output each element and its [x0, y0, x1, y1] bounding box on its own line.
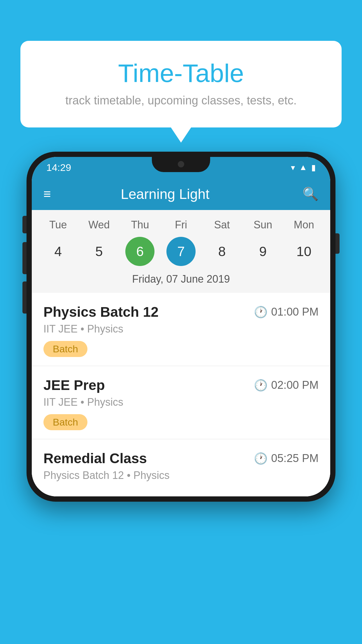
- calendar-section: Tue Wed Thu Fri Sat Sun Mon 4 5 6 7 8 9 …: [32, 210, 330, 293]
- batch-badge-1: Batch: [43, 341, 87, 357]
- clock-icon-2: 🕐: [254, 379, 268, 392]
- schedule-item-1-header: Physics Batch 12 🕐 01:00 PM: [43, 304, 319, 320]
- schedule-list: Physics Batch 12 🕐 01:00 PM IIT JEE • Ph…: [32, 293, 330, 496]
- schedule-title-3: Remedial Class: [43, 450, 147, 466]
- date-10[interactable]: 10: [289, 237, 319, 266]
- phone-mockup: 14:29 ▾ ▲ ▮ ≡ Learning Light 🔍 Tue Wed T…: [27, 152, 335, 502]
- schedule-time-1: 🕐 01:00 PM: [254, 306, 319, 318]
- schedule-meta-3: Physics Batch 12 • Physics: [43, 469, 319, 482]
- app-header: ≡ Learning Light 🔍: [32, 178, 330, 210]
- power-button: [335, 233, 340, 254]
- app-title: Learning Light: [60, 186, 270, 202]
- date-6-today[interactable]: 6: [125, 237, 154, 266]
- phone-notch: [152, 157, 210, 172]
- battery-icon: ▮: [311, 163, 316, 172]
- hamburger-icon[interactable]: ≡: [43, 188, 51, 200]
- status-icons: ▾ ▲ ▮: [291, 163, 316, 172]
- date-9[interactable]: 9: [248, 237, 277, 266]
- front-camera: [178, 161, 184, 167]
- schedule-item-2[interactable]: JEE Prep 🕐 02:00 PM IIT JEE • Physics Ba…: [32, 366, 330, 439]
- speech-bubble: Time-Table track timetable, upcoming cla…: [20, 41, 342, 127]
- volume-down-button: [22, 242, 27, 274]
- schedule-time-value-2: 02:00 PM: [271, 379, 319, 391]
- schedule-item-3[interactable]: Remedial Class 🕐 05:25 PM Physics Batch …: [32, 439, 330, 496]
- calendar-dates: 4 5 6 7 8 9 10: [32, 234, 330, 269]
- selected-date-label: Friday, 07 June 2019: [32, 269, 330, 290]
- phone-frame: 14:29 ▾ ▲ ▮ ≡ Learning Light 🔍 Tue Wed T…: [27, 152, 335, 502]
- schedule-item-2-header: JEE Prep 🕐 02:00 PM: [43, 377, 319, 393]
- schedule-meta-1: IIT JEE • Physics: [43, 323, 319, 335]
- schedule-time-value-1: 01:00 PM: [271, 306, 319, 318]
- schedule-item-1[interactable]: Physics Batch 12 🕐 01:00 PM IIT JEE • Ph…: [32, 293, 330, 366]
- day-sat: Sat: [205, 219, 240, 231]
- schedule-meta-2: IIT JEE • Physics: [43, 396, 319, 408]
- phone-screen: 14:29 ▾ ▲ ▮ ≡ Learning Light 🔍 Tue Wed T…: [32, 157, 330, 496]
- day-wed: Wed: [82, 219, 117, 231]
- schedule-time-value-3: 05:25 PM: [271, 452, 319, 465]
- schedule-title-1: Physics Batch 12: [43, 304, 159, 320]
- schedule-time-2: 🕐 02:00 PM: [254, 379, 319, 392]
- day-thu: Thu: [122, 219, 157, 231]
- wifi-icon: ▾: [291, 163, 295, 172]
- batch-badge-2: Batch: [43, 414, 87, 430]
- schedule-title-2: JEE Prep: [43, 377, 105, 393]
- date-8[interactable]: 8: [208, 237, 237, 266]
- status-time: 14:29: [46, 162, 71, 173]
- search-icon[interactable]: 🔍: [303, 186, 319, 202]
- page-subtitle: track timetable, upcoming classes, tests…: [44, 94, 318, 107]
- volume-up-button: [22, 216, 27, 233]
- schedule-item-3-header: Remedial Class 🕐 05:25 PM: [43, 450, 319, 466]
- silent-button: [22, 281, 27, 314]
- date-5[interactable]: 5: [85, 237, 114, 266]
- signal-icon: ▲: [299, 163, 307, 172]
- day-tue: Tue: [41, 219, 75, 231]
- schedule-time-3: 🕐 05:25 PM: [254, 452, 319, 465]
- clock-icon-1: 🕐: [254, 306, 268, 318]
- speech-bubble-container: Time-Table track timetable, upcoming cla…: [20, 41, 342, 127]
- day-mon: Mon: [287, 219, 321, 231]
- clock-icon-3: 🕐: [254, 452, 268, 465]
- day-sun: Sun: [245, 219, 280, 231]
- date-4[interactable]: 4: [43, 237, 73, 266]
- day-fri: Fri: [164, 219, 198, 231]
- date-7-selected[interactable]: 7: [166, 237, 196, 266]
- page-title: Time-Table: [44, 58, 318, 88]
- calendar-days-header: Tue Wed Thu Fri Sat Sun Mon: [32, 216, 330, 234]
